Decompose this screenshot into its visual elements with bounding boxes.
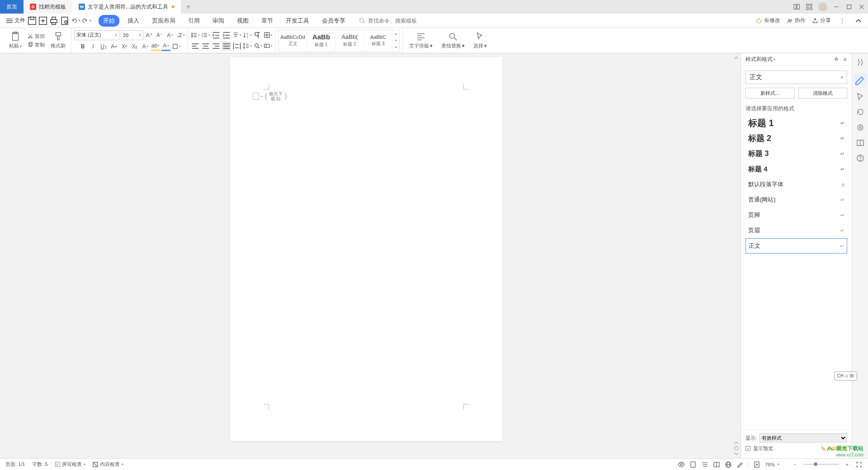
highlight-icon[interactable]: ab: [151, 42, 160, 51]
superscript-icon[interactable]: X²: [120, 42, 129, 51]
pin-icon[interactable]: [834, 56, 839, 63]
collab-link[interactable]: 协作: [787, 17, 806, 24]
command-search[interactable]: [359, 18, 431, 24]
menu-tab-start[interactable]: 开始: [99, 15, 119, 27]
outline-view-icon[interactable]: [701, 461, 708, 468]
spell-check-toggle[interactable]: ✓拼写检查▾: [55, 461, 85, 468]
decrease-indent-icon[interactable]: [212, 31, 221, 40]
print-icon[interactable]: [49, 16, 59, 26]
undo-button[interactable]: [71, 16, 80, 26]
align-right-icon[interactable]: [212, 42, 221, 51]
style-row[interactable]: 标题 4↵: [745, 161, 847, 177]
zoom-out-icon[interactable]: −: [791, 461, 798, 468]
italic-icon[interactable]: I: [89, 42, 98, 51]
increase-font-icon[interactable]: A⁺: [145, 31, 154, 40]
style-row[interactable]: 页眉↵: [745, 223, 847, 238]
save-as-icon[interactable]: [38, 16, 48, 26]
style-row[interactable]: 正文↵: [745, 238, 847, 254]
borders-icon[interactable]: [264, 31, 273, 40]
rail-read-icon[interactable]: [856, 138, 865, 147]
minimize-button[interactable]: [830, 0, 843, 14]
bold-icon[interactable]: B: [78, 42, 87, 51]
font-color-icon[interactable]: A: [161, 42, 170, 51]
menu-tab-review[interactable]: 审阅: [208, 15, 229, 27]
clear-format-icon[interactable]: [176, 31, 185, 40]
show-marks-icon[interactable]: [253, 31, 262, 40]
menu-tab-references[interactable]: 引用: [184, 15, 204, 27]
redo-button[interactable]: [81, 16, 91, 26]
sort-icon[interactable]: AZ: [243, 31, 252, 40]
more-icon[interactable]: ⋮: [837, 16, 847, 26]
show-filter-select[interactable]: 有效样式: [760, 433, 847, 442]
add-tab-button[interactable]: +: [181, 0, 196, 14]
distribute-icon[interactable]: [232, 42, 241, 51]
find-replace-button[interactable]: 查找替换▾: [438, 31, 468, 50]
tab-document[interactable]: W 文字是人类用符...远的方式和工具: [72, 0, 181, 14]
cut-button[interactable]: 剪切: [26, 33, 47, 40]
menu-tab-member[interactable]: 会员专享: [317, 15, 350, 27]
tab-templates[interactable]: D 找稻壳模板: [24, 0, 72, 14]
menu-tab-developer[interactable]: 开发工具: [281, 15, 314, 27]
rail-shape-icon[interactable]: [856, 123, 865, 132]
read-view-icon[interactable]: [713, 461, 720, 468]
close-button[interactable]: [855, 0, 868, 14]
style-row[interactable]: 标题 1↵: [745, 115, 847, 131]
style-h1[interactable]: AaBb标题 1: [307, 30, 335, 51]
style-row[interactable]: 页脚↵: [745, 207, 847, 223]
menu-tab-section[interactable]: 章节: [257, 15, 278, 27]
document-page[interactable]: ▾ ⟨ 极光下 载 站 ⟩: [230, 57, 502, 441]
style-row[interactable]: 标题 2↵: [745, 131, 847, 146]
subscript-icon[interactable]: X₂: [130, 42, 139, 51]
preview-checkbox[interactable]: ✓: [745, 446, 750, 451]
word-count[interactable]: 字数: 5: [32, 461, 47, 468]
change-case-icon[interactable]: A: [165, 31, 175, 40]
line-spacing-icon[interactable]: [243, 42, 252, 51]
gallery-down-icon[interactable]: ▾: [395, 38, 397, 42]
style-h2[interactable]: AaBb(标题 2: [336, 30, 364, 51]
font-family-select[interactable]: 宋体 (正文)▾: [74, 30, 119, 40]
draft-view-icon[interactable]: [736, 461, 744, 468]
zoom-in-icon[interactable]: +: [844, 461, 851, 468]
share-link[interactable]: 分享: [812, 17, 831, 24]
content-check-toggle[interactable]: 内容检查▾: [93, 461, 123, 468]
align-left-icon[interactable]: [191, 42, 200, 51]
target-icon[interactable]: [734, 446, 739, 451]
align-justify-icon[interactable]: [222, 42, 231, 51]
page-down-icon[interactable]: [734, 451, 739, 456]
char-border-icon[interactable]: [172, 42, 181, 51]
save-icon[interactable]: [27, 16, 37, 26]
strike-icon[interactable]: A: [109, 42, 118, 51]
select-button[interactable]: 选择▾: [470, 31, 491, 50]
font-size-select[interactable]: 20▾: [121, 30, 143, 40]
gallery-expand-icon[interactable]: ▾: [395, 45, 397, 49]
rail-refresh-icon[interactable]: [856, 108, 865, 117]
grid-icon[interactable]: [803, 0, 816, 14]
menu-tab-view[interactable]: 视图: [232, 15, 253, 27]
rail-help-icon[interactable]: [856, 154, 865, 163]
close-panel-icon[interactable]: ✕: [843, 56, 847, 63]
canvas[interactable]: ▾ ⟨ 极光下 载 站 ⟩: [0, 53, 732, 458]
text-direction-icon[interactable]: [232, 31, 241, 40]
current-style-select[interactable]: 正文 ▾: [745, 70, 847, 84]
style-row[interactable]: 普通(网站)↵: [745, 192, 847, 207]
text-layout-button[interactable]: 文字排版▾: [406, 31, 436, 50]
bullets-icon[interactable]: [191, 31, 200, 40]
eye-icon[interactable]: [678, 461, 685, 468]
layout-icon[interactable]: [790, 0, 803, 14]
format-painter-button[interactable]: 格式刷: [48, 31, 68, 50]
search-input[interactable]: [368, 18, 431, 24]
text-effects-icon[interactable]: A: [141, 42, 150, 51]
web-view-icon[interactable]: [725, 461, 732, 468]
page-view-icon[interactable]: [689, 461, 697, 468]
numbering-icon[interactable]: 123: [201, 31, 210, 40]
menu-tab-insert[interactable]: 插入: [123, 15, 144, 27]
shading-icon[interactable]: [253, 42, 262, 51]
scroll-up-icon[interactable]: [734, 55, 739, 61]
fullscreen-icon[interactable]: [855, 461, 863, 468]
file-menu[interactable]: 文件: [6, 17, 25, 24]
page-up-icon[interactable]: [734, 440, 739, 446]
style-row[interactable]: 默认段落字体a: [745, 177, 847, 192]
align-center-icon[interactable]: [201, 42, 210, 51]
gallery-up-icon[interactable]: ▴: [395, 32, 397, 36]
page-indicator[interactable]: 页面: 1/1: [5, 461, 25, 468]
